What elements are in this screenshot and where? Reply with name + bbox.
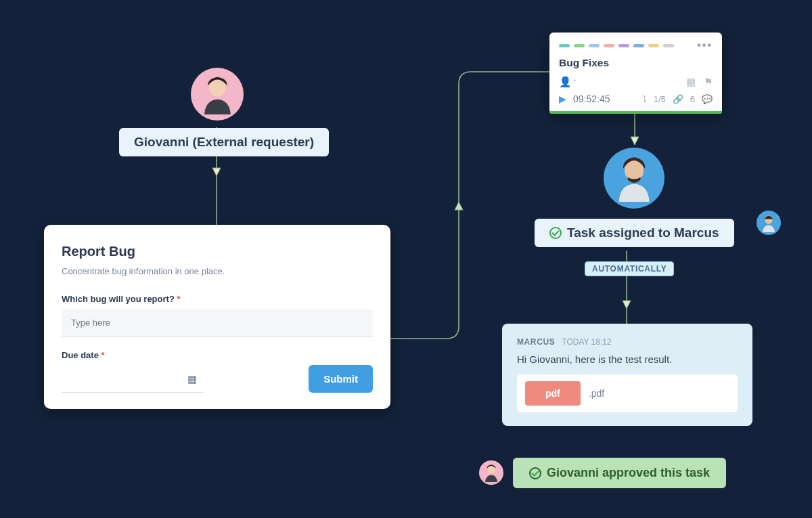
task-assigned-text: Task assigned to Marcus — [567, 225, 719, 240]
add-assignee-icon[interactable]: 👤⁺ — [559, 76, 577, 88]
tag-stripe — [574, 44, 585, 47]
tag-stripe — [559, 44, 570, 47]
svg-marker-2 — [631, 137, 639, 145]
due-date-label: Due date — [62, 350, 204, 360]
attachment-icon: 🔗 — [673, 94, 683, 104]
svg-marker-1 — [455, 202, 463, 210]
due-date-input[interactable]: ▦ — [62, 366, 204, 393]
task-title: Bug Fixes — [559, 57, 713, 69]
reply-message-card: MARCUS TODAY 18:12 Hi Giovanni, here is … — [502, 324, 752, 426]
report-bug-form: Report Bug Concentrate bug information i… — [44, 225, 390, 409]
attachment-extension: .pdf — [589, 388, 604, 399]
timer-value: 09:52:45 — [573, 93, 610, 104]
check-circle-icon — [529, 467, 541, 479]
play-icon[interactable]: ▶ — [559, 93, 566, 104]
calendar-icon: ▦ — [187, 373, 197, 385]
person-icon — [610, 154, 658, 202]
tag-stripe — [618, 44, 629, 47]
task-assigned-label: Task assigned to Marcus — [535, 219, 734, 247]
avatar-side — [757, 211, 781, 235]
form-description: Concentrate bug information in one place… — [62, 266, 373, 276]
bug-input[interactable] — [62, 309, 373, 337]
automatically-badge: AUTOMATICALLY — [585, 261, 674, 276]
due-date-icon[interactable]: ▦ — [686, 76, 696, 88]
avatar-giovanni — [191, 68, 244, 121]
bug-field-label: Which bug will you report? — [62, 294, 373, 304]
attachment-badge: pdf — [525, 381, 581, 406]
subtask-count: 1/5 — [654, 94, 666, 104]
subtask-icon: ⤵ — [642, 94, 647, 104]
form-title: Report Bug — [62, 244, 373, 259]
svg-marker-0 — [212, 168, 221, 176]
person-icon — [197, 74, 238, 115]
person-icon — [482, 463, 501, 482]
bug-fixes-task-card[interactable]: ••• Bug Fixes 👤⁺ ▦ ⚑ ▶ 09:52:45 ⤵ 1/5 🔗 … — [549, 33, 722, 114]
tag-stripe — [633, 44, 644, 47]
svg-marker-3 — [623, 301, 631, 309]
avatar-marcus — [604, 148, 664, 209]
timer-row: ▶ 09:52:45 — [559, 93, 610, 104]
approved-text: Giovanni approved this task — [547, 466, 710, 480]
approved-label: Giovanni approved this task — [513, 458, 726, 488]
task-tags-row: ••• — [559, 39, 713, 51]
tag-stripe — [648, 44, 659, 47]
attachment-count: 6 — [690, 94, 695, 104]
tag-stripe — [663, 44, 674, 47]
task-progress-bar — [549, 111, 722, 114]
automatically-text: AUTOMATICALLY — [592, 264, 667, 274]
comment-icon: 💬 — [702, 94, 713, 104]
requester-label: Giovanni (External requester) — [119, 128, 329, 156]
tag-stripe — [589, 44, 600, 47]
message-body: Hi Giovanni, here is the test result. — [517, 353, 738, 365]
message-sender: MARCUS — [517, 337, 555, 347]
person-icon — [759, 213, 778, 232]
requester-label-text: Giovanni (External requester) — [134, 135, 314, 150]
check-circle-icon — [549, 227, 562, 239]
task-stats: ⤵ 1/5 🔗 6 💬 — [642, 94, 713, 104]
flag-icon[interactable]: ⚑ — [704, 76, 713, 88]
attachment-chip[interactable]: pdf .pdf — [517, 374, 738, 412]
avatar-giovanni-small — [479, 460, 503, 485]
submit-button[interactable]: Submit — [309, 365, 373, 393]
tag-stripe — [604, 44, 614, 47]
message-timestamp: TODAY 18:12 — [562, 337, 611, 347]
more-icon[interactable]: ••• — [697, 39, 713, 51]
